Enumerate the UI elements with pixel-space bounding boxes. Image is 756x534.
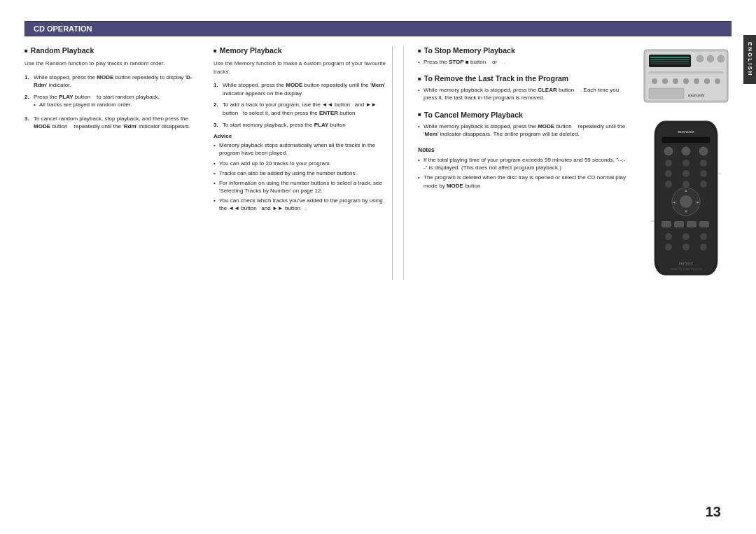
- random-playback-column: Random Playback Use the Random function …: [24, 46, 200, 280]
- svg-point-47: [682, 233, 690, 240]
- notes-section: Notes If the total playing time of your …: [418, 146, 626, 190]
- memory-step-1: 1. While stopped, press the MODE button …: [214, 81, 388, 97]
- stop-memory-bullet: Press the STOP ■ button or .: [418, 58, 626, 66]
- notes-bullet-2: The program is deleted when the disc tra…: [418, 174, 626, 189]
- svg-point-24: [664, 147, 673, 155]
- mem-step-body-1: While stopped, press the MODE button rep…: [223, 81, 388, 97]
- random-step-3: 3. To cancel random playback, stop playb…: [24, 115, 200, 131]
- step-body: While stopped, press the MODE button rep…: [34, 73, 200, 90]
- step-body-3: To cancel random playback, stop playback…: [34, 115, 200, 131]
- svg-text:marantz: marantz: [688, 92, 705, 98]
- step-num: 1.: [24, 73, 31, 90]
- step-body-2: Press the PLAY button to start random pl…: [34, 93, 200, 111]
- advice-bullet-1: Memory playback stops automatically when…: [214, 141, 388, 157]
- svg-point-28: [682, 160, 690, 167]
- advice-title: Advice: [214, 133, 388, 139]
- advice-bullet-3: Tracks can also be added by using the nu…: [214, 169, 388, 177]
- advice-bullet-5: You can check which tracks you've added …: [214, 197, 388, 212]
- svg-point-12: [662, 78, 668, 84]
- mem-step-num-3: 3.: [214, 121, 220, 129]
- svg-text:◄: ◄: [672, 200, 676, 204]
- mem-step-body-2: To add a track to your program, use the …: [223, 101, 388, 117]
- advice-bullet-2: You can add up to 20 tracks to your prog…: [214, 160, 388, 167]
- svg-point-14: [683, 78, 689, 84]
- cancel-memory-title: To Cancel Memory Playback: [418, 111, 626, 119]
- right-text-sections: To Stop Memory Playback Press the STOP ■…: [418, 46, 626, 280]
- step-num-2: 2.: [24, 93, 31, 111]
- random-step-2: 2. Press the PLAY button to start random…: [24, 93, 200, 111]
- svg-rect-18: [649, 88, 684, 99]
- svg-point-16: [704, 78, 710, 84]
- remove-last-track-section: To Remove the Last Track in the Program …: [418, 74, 626, 101]
- memory-step-3: 3. To start memory playback, press the P…: [214, 121, 388, 129]
- svg-point-51: [700, 244, 707, 251]
- svg-text:marantz: marantz: [679, 261, 694, 265]
- left-area: Random Playback Use the Random function …: [24, 46, 388, 280]
- svg-point-50: [682, 244, 690, 251]
- svg-point-46: [665, 233, 672, 240]
- svg-point-33: [665, 181, 672, 188]
- cd-operation-label: CD OPERATION: [34, 24, 92, 33]
- memory-playback-intro: Use the Memory function to make a custom…: [214, 59, 388, 76]
- svg-text:▲: ▲: [684, 188, 688, 192]
- svg-point-49: [665, 244, 672, 251]
- svg-text:►: ►: [696, 200, 700, 204]
- device-images: marantz marantz: [634, 46, 732, 280]
- svg-point-32: [700, 170, 707, 177]
- svg-rect-2: [649, 55, 691, 67]
- step-num-3: 3.: [24, 115, 31, 131]
- english-tab: ENGLISH: [743, 35, 756, 84]
- random-playback-intro: Use the Random function to play tracks i…: [24, 59, 200, 68]
- remove-last-track-title: To Remove the Last Track in the Program: [418, 74, 626, 83]
- cd-player-image: marantz: [640, 46, 732, 107]
- mem-step-num-2: 2.: [214, 101, 220, 117]
- svg-point-17: [715, 78, 720, 84]
- svg-point-34: [682, 181, 690, 188]
- svg-point-48: [700, 233, 707, 240]
- remote-control-image: marantz: [648, 118, 724, 280]
- svg-rect-42: [662, 221, 671, 227]
- svg-point-7: [696, 55, 704, 62]
- svg-point-13: [673, 78, 678, 84]
- cd-operation-header: CD OPERATION: [24, 21, 732, 36]
- notes-bullet-1: If the total playing time of your progra…: [418, 156, 626, 171]
- stop-memory-section: To Stop Memory Playback Press the STOP ■…: [418, 46, 626, 66]
- memory-playback-title: Memory Playback: [214, 46, 388, 55]
- content-divider: [392, 46, 393, 280]
- svg-rect-43: [674, 221, 684, 227]
- mem-step-body-3: To start memory playback, press the PLAY…: [223, 121, 388, 129]
- remote-svg: marantz: [648, 118, 724, 279]
- cd-player-svg: marantz: [640, 46, 732, 106]
- svg-point-8: [707, 55, 714, 62]
- cancel-memory-bullet: While memory playback is stopped, press …: [418, 122, 626, 138]
- memory-step-2: 2. To add a track to your program, use t…: [214, 101, 388, 117]
- svg-point-27: [665, 160, 672, 167]
- random-playback-title: Random Playback: [24, 46, 200, 55]
- page-number: 13: [706, 504, 721, 520]
- svg-point-25: [682, 147, 690, 155]
- svg-point-9: [718, 55, 724, 62]
- notes-title: Notes: [418, 146, 626, 153]
- svg-rect-10: [649, 71, 723, 73]
- svg-point-35: [700, 181, 707, 188]
- remove-last-track-bullet: While memory playback is stopped, press …: [418, 86, 626, 101]
- memory-playback-column: Memory Playback Use the Memory function …: [214, 46, 388, 280]
- svg-point-15: [694, 78, 699, 84]
- right-area: To Stop Memory Playback Press the STOP ■…: [403, 46, 732, 280]
- svg-text:REMOTE CONTROLLER: REMOTE CONTROLLER: [670, 267, 702, 271]
- advice-bullet-4: For information on using the number butt…: [214, 179, 388, 195]
- random-bullet-1: All tracks are played in random order.: [34, 101, 200, 108]
- svg-point-29: [700, 160, 707, 167]
- svg-text:marantz: marantz: [678, 129, 694, 134]
- main-content: Random Playback Use the Random function …: [24, 46, 732, 280]
- stop-memory-title: To Stop Memory Playback: [418, 46, 626, 55]
- page-container: CD OPERATION Random Playback Use the Ran…: [0, 0, 756, 534]
- svg-rect-44: [687, 221, 696, 227]
- svg-rect-23: [662, 136, 710, 143]
- svg-text:▼: ▼: [684, 209, 688, 213]
- svg-point-11: [652, 78, 657, 84]
- svg-point-31: [682, 170, 690, 177]
- mem-step-num-1: 1.: [214, 81, 220, 97]
- svg-point-37: [680, 195, 692, 208]
- random-step-1: 1. While stopped, press the MODE button …: [24, 73, 200, 90]
